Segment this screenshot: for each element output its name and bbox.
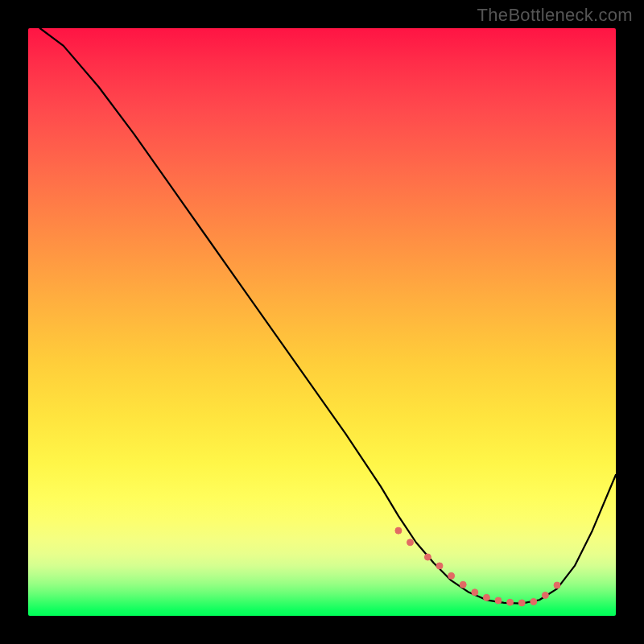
curve-marker-dot bbox=[483, 594, 489, 601]
curve-marker-dot bbox=[460, 581, 466, 588]
curve-marker-dot bbox=[395, 527, 402, 534]
curve-marker-dot bbox=[424, 554, 431, 560]
curve-marker-dot bbox=[542, 592, 548, 598]
curve-marker-dot bbox=[472, 589, 478, 596]
plot-area bbox=[28, 28, 616, 616]
curve-marker-dot bbox=[554, 582, 560, 588]
curve-marker-dot bbox=[495, 597, 502, 604]
bottleneck-curve bbox=[40, 28, 616, 604]
curve-marker-dot bbox=[436, 563, 443, 569]
chart-outer: TheBottleneck.com bbox=[0, 0, 644, 644]
watermark-text: TheBottleneck.com bbox=[477, 5, 633, 26]
curve-marker-dot bbox=[448, 572, 455, 579]
plot-curve-layer bbox=[28, 28, 616, 616]
bottleneck-marker-dots bbox=[395, 527, 560, 606]
curve-marker-dot bbox=[518, 600, 525, 606]
curve-marker-dot bbox=[530, 598, 537, 605]
curve-marker-dot bbox=[407, 539, 414, 546]
curve-marker-dot bbox=[507, 599, 514, 605]
